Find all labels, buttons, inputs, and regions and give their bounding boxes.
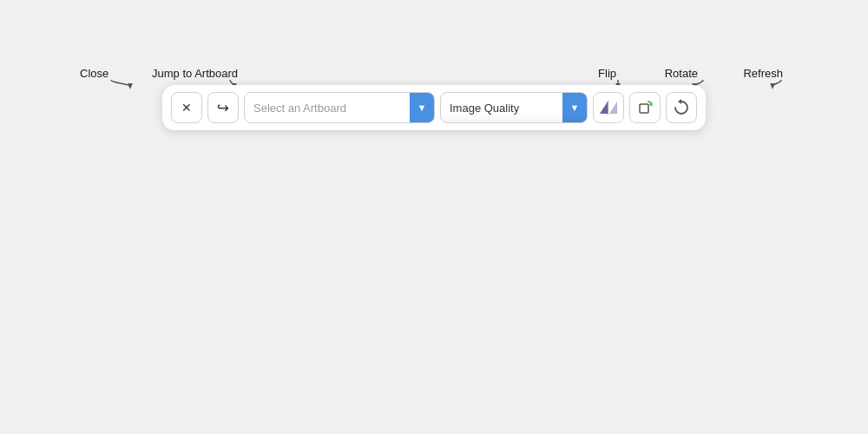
artboard-select[interactable]: Select an Artboard ▼ xyxy=(244,92,435,123)
tooltip-row: Close Jump to Artboard Flip Rotate Refre… xyxy=(61,52,807,83)
svg-marker-5 xyxy=(678,99,681,104)
tooltip-refresh-label: Refresh xyxy=(743,67,783,80)
quality-select-arrow: ▼ xyxy=(562,93,587,122)
back-button[interactable]: ↩ xyxy=(207,92,239,123)
artboard-chevron-icon: ▼ xyxy=(418,102,427,113)
toolbar: ✕ ↩ Select an Artboard ▼ Image Quality ▼… xyxy=(162,85,706,130)
back-icon: ↩ xyxy=(217,99,229,117)
svg-rect-3 xyxy=(640,104,648,113)
tooltip-jump-label: Jump to Artboard xyxy=(152,67,238,80)
flip-icon xyxy=(599,98,618,117)
quality-select[interactable]: Image Quality ▼ Auto (@1x) @1x @2x Max xyxy=(440,92,588,123)
svg-marker-0 xyxy=(600,102,608,114)
flip-button[interactable] xyxy=(593,92,624,123)
refresh-icon xyxy=(673,99,690,116)
artboard-select-arrow: ▼ xyxy=(410,93,434,122)
quality-chevron-icon: ▼ xyxy=(570,102,580,113)
close-connector xyxy=(111,80,130,87)
refresh-button[interactable] xyxy=(666,92,697,123)
tooltip-rotate-label: Rotate xyxy=(665,67,698,80)
artboard-select-text: Select an Artboard xyxy=(245,102,410,115)
rotate-button[interactable] xyxy=(629,92,661,123)
quality-select-text: Image Quality xyxy=(441,102,562,115)
refresh-connector xyxy=(773,80,781,87)
close-button[interactable]: ✕ xyxy=(171,92,202,123)
main-container: Close Jump to Artboard Flip Rotate Refre… xyxy=(61,52,807,130)
tooltip-close-label: Close xyxy=(80,67,108,80)
rotate-icon xyxy=(635,98,654,117)
tooltip-flip-label: Flip xyxy=(598,67,616,80)
svg-marker-1 xyxy=(609,102,617,114)
close-icon: ✕ xyxy=(181,101,192,115)
